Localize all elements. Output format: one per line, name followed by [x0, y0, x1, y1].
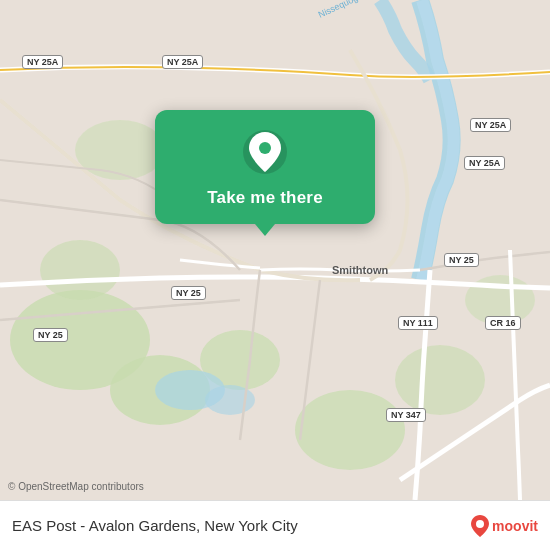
- route-badge-ny25a-right2: NY 25A: [464, 156, 505, 170]
- route-badge-ny25a-right1: NY 25A: [470, 118, 511, 132]
- route-badge-ny347: NY 347: [386, 408, 426, 422]
- moovit-logo: moovit: [471, 515, 538, 537]
- take-me-there-button[interactable]: Take me there: [207, 188, 323, 208]
- moovit-pin-icon: [471, 515, 489, 537]
- svg-point-5: [395, 345, 485, 415]
- route-badge-ny25-left: NY 25: [33, 328, 68, 342]
- svg-point-9: [75, 120, 165, 180]
- route-badge-ny25a-top-mid: NY 25A: [162, 55, 203, 69]
- svg-point-16: [476, 520, 484, 528]
- route-badge-cr16: CR 16: [485, 316, 521, 330]
- route-badge-ny25a-top-left: NY 25A: [22, 55, 63, 69]
- location-title: EAS Post - Avalon Gardens, New York City: [12, 517, 298, 534]
- svg-text:Smithtown: Smithtown: [332, 264, 388, 276]
- svg-point-15: [259, 142, 271, 154]
- route-badge-ny25-mid: NY 25: [171, 286, 206, 300]
- svg-point-4: [40, 240, 120, 300]
- map-pin-icon: [241, 128, 289, 176]
- map-attribution: © OpenStreetMap contributors: [8, 481, 144, 492]
- map-background: Nissequogue River Smithtown: [0, 0, 550, 500]
- route-badge-ny25-right: NY 25: [444, 253, 479, 267]
- moovit-text: moovit: [492, 518, 538, 534]
- route-badge-ny111: NY 111: [398, 316, 438, 330]
- svg-point-7: [295, 390, 405, 470]
- cta-card[interactable]: Take me there: [155, 110, 375, 224]
- map-container: Nissequogue River Smithtown NY: [0, 0, 550, 500]
- bottom-bar: EAS Post - Avalon Gardens, New York City…: [0, 500, 550, 550]
